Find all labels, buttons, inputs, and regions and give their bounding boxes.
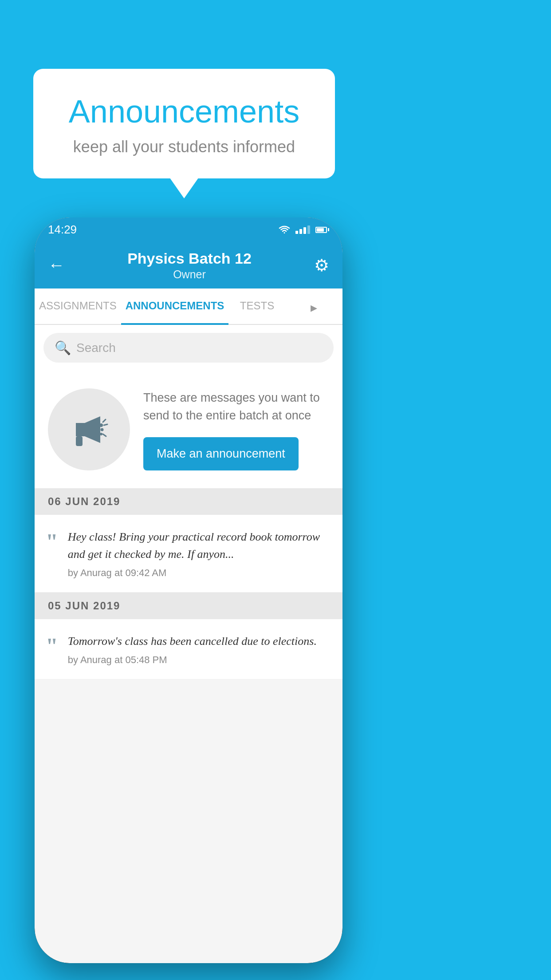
megaphone-icon bbox=[69, 410, 109, 450]
announcement-description: These are messages you want to send to t… bbox=[143, 389, 329, 425]
speech-bubble-subtitle: keep all your students informed bbox=[60, 138, 308, 156]
signal-bar-2 bbox=[299, 229, 302, 234]
signal-bar-4 bbox=[307, 225, 310, 234]
message-item-2[interactable]: " Tomorrow's class has been cancelled du… bbox=[35, 619, 342, 680]
search-container: 🔍 Search bbox=[35, 325, 342, 371]
tabs-bar: ASSIGNMENTS ANNOUNCEMENTS TESTS ▸ bbox=[35, 288, 342, 325]
speech-bubble-container: Announcements keep all your students inf… bbox=[33, 69, 335, 178]
announcement-icon-circle bbox=[48, 388, 130, 470]
tab-announcements[interactable]: ANNOUNCEMENTS bbox=[121, 288, 229, 324]
tab-assignments[interactable]: ASSIGNMENTS bbox=[35, 288, 121, 324]
signal-bar-1 bbox=[295, 231, 298, 234]
settings-button[interactable]: ⚙ bbox=[314, 256, 329, 275]
announcement-empty-state: These are messages you want to send to t… bbox=[35, 371, 342, 488]
message-meta-1: by Anurag at 09:42 AM bbox=[68, 567, 331, 579]
wifi-icon bbox=[279, 225, 290, 234]
phone-wrapper: 14:29 bbox=[35, 217, 342, 963]
speech-bubble-title: Announcements bbox=[60, 93, 308, 130]
message-meta-2: by Anurag at 05:48 PM bbox=[68, 654, 331, 666]
back-button[interactable]: ← bbox=[48, 256, 65, 275]
status-time: 14:29 bbox=[48, 223, 77, 237]
header-center: Physics Batch 12 Owner bbox=[127, 250, 252, 281]
app-header: ← Physics Batch 12 Owner ⚙ bbox=[35, 242, 342, 288]
svg-rect-2 bbox=[76, 436, 83, 446]
message-text-1: Hey class! Bring your practical record b… bbox=[68, 528, 331, 563]
header-title: Physics Batch 12 bbox=[127, 250, 252, 267]
svg-line-6 bbox=[103, 419, 106, 422]
battery-body bbox=[315, 227, 327, 233]
message-text-2: Tomorrow's class has been cancelled due … bbox=[68, 632, 331, 650]
search-input-wrap[interactable]: 🔍 Search bbox=[43, 333, 334, 363]
message-content-1: Hey class! Bring your practical record b… bbox=[68, 528, 331, 579]
signal-bar-3 bbox=[303, 227, 306, 234]
search-placeholder: Search bbox=[76, 341, 116, 355]
signal-bars bbox=[295, 225, 310, 234]
announcement-right: These are messages you want to send to t… bbox=[143, 389, 329, 470]
svg-marker-1 bbox=[85, 416, 100, 443]
search-icon: 🔍 bbox=[55, 340, 71, 356]
make-announcement-button[interactable]: Make an announcement bbox=[143, 437, 299, 470]
quote-icon-2: " bbox=[46, 635, 58, 657]
speech-bubble: Announcements keep all your students inf… bbox=[33, 69, 335, 178]
quote-icon-1: " bbox=[46, 530, 58, 553]
status-icons bbox=[279, 225, 329, 234]
svg-point-3 bbox=[99, 423, 103, 427]
message-content-2: Tomorrow's class has been cancelled due … bbox=[68, 632, 331, 666]
battery-icon bbox=[315, 227, 329, 233]
status-bar: 14:29 bbox=[35, 217, 342, 242]
date-separator-1: 06 JUN 2019 bbox=[35, 488, 342, 515]
phone-screen: 14:29 bbox=[35, 217, 342, 963]
svg-point-4 bbox=[100, 428, 103, 431]
phone-outer: 14:29 bbox=[35, 217, 342, 963]
svg-line-8 bbox=[103, 434, 106, 436]
svg-marker-0 bbox=[76, 423, 85, 436]
battery-tip bbox=[328, 228, 329, 231]
battery-fill bbox=[317, 228, 324, 232]
tab-tests[interactable]: TESTS bbox=[228, 288, 285, 324]
date-separator-2: 05 JUN 2019 bbox=[35, 593, 342, 619]
header-subtitle: Owner bbox=[127, 268, 252, 281]
svg-point-5 bbox=[100, 433, 102, 435]
svg-line-7 bbox=[104, 424, 107, 425]
tab-more[interactable]: ▸ bbox=[286, 288, 342, 324]
message-item-1[interactable]: " Hey class! Bring your practical record… bbox=[35, 515, 342, 593]
